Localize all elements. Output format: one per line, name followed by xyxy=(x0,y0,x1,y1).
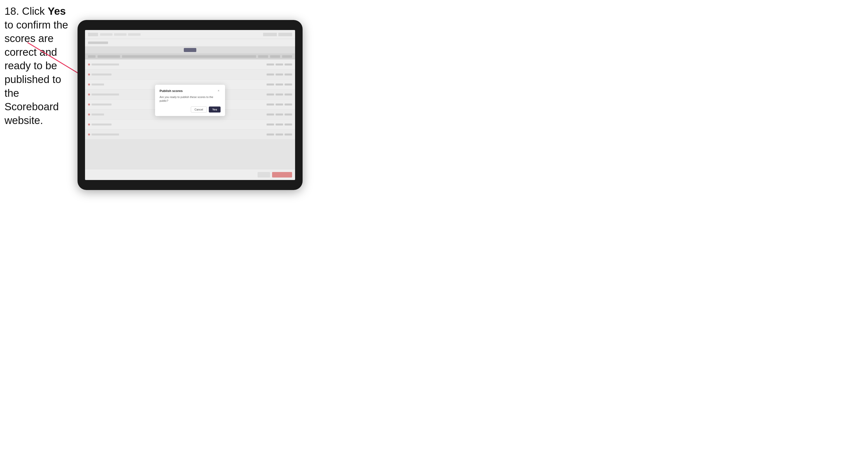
modal-overlay: Publish scores × Are you ready to publis… xyxy=(85,30,295,180)
dialog-header: Publish scores × xyxy=(159,89,221,93)
dialog-body-text: Are you ready to publish these scores to… xyxy=(159,95,221,103)
cancel-button[interactable]: Cancel xyxy=(191,106,207,113)
dialog-title: Publish scores xyxy=(159,89,183,93)
publish-scores-dialog: Publish scores × Are you ready to publis… xyxy=(155,85,225,116)
close-icon[interactable]: × xyxy=(217,89,221,93)
yes-button[interactable]: Yes xyxy=(209,106,221,113)
instruction-before-bold: Click xyxy=(19,5,48,17)
dialog-actions: Cancel Yes xyxy=(159,106,221,113)
bold-yes: Yes xyxy=(48,5,66,17)
tablet-device: Publish scores × Are you ready to publis… xyxy=(78,20,303,190)
tablet-screen: Publish scores × Are you ready to publis… xyxy=(85,30,295,180)
step-number: 18. xyxy=(4,5,19,17)
